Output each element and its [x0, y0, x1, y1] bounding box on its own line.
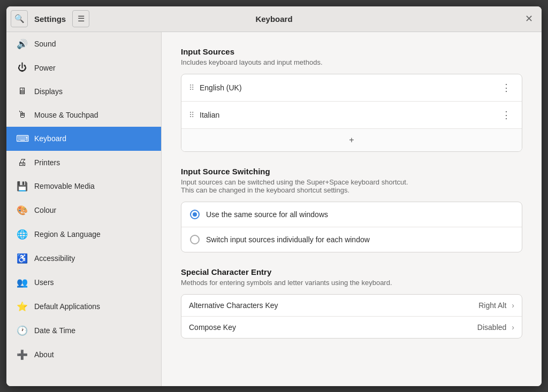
titlebar-left: 🔍 Settings ☰ — [11, 10, 166, 27]
keyboard-title: Keyboard — [166, 14, 382, 24]
input-sources-card: ⠿ English (UK) ⋮ ⠿ Italian ⋮ + — [181, 74, 522, 152]
table-row[interactable]: Alternative Characters Key Right Alt › — [181, 295, 522, 317]
sidebar-item-label: Keyboard — [34, 134, 66, 143]
titlebar-right: ✕ — [382, 11, 537, 27]
settings-title: Settings — [34, 14, 66, 24]
removable-media-icon: 💾 — [16, 181, 28, 192]
sidebar-item-removable-media[interactable]: 💾 Removable Media — [6, 174, 161, 198]
users-icon: 👥 — [16, 277, 28, 288]
compose-key-label: Compose Key — [189, 323, 472, 332]
sidebar-item-mouse-touchpad[interactable]: 🖱 Mouse & Touchpad — [6, 103, 161, 127]
radio-row-individual-source[interactable]: Switch input sources individually for ea… — [181, 227, 522, 252]
sidebar: 🔊 Sound ⏻ Power 🖥 Displays 🖱 Mouse & Tou… — [6, 32, 162, 386]
input-sources-section: Input Sources Includes keyboard layouts … — [181, 47, 522, 152]
sidebar-item-about[interactable]: ➕ About — [6, 343, 161, 367]
kebab-menu-english-button[interactable]: ⋮ — [498, 81, 514, 95]
alt-chars-key-value: Right Alt — [478, 301, 506, 310]
sidebar-item-label: Displays — [34, 87, 63, 96]
keyboard-icon: ⌨ — [16, 133, 28, 144]
sidebar-item-printers[interactable]: 🖨 Printers — [6, 151, 161, 174]
sidebar-item-label: Date & Time — [34, 326, 75, 335]
sound-icon: 🔊 — [16, 39, 28, 50]
sidebar-item-power[interactable]: ⏻ Power — [6, 56, 161, 80]
sidebar-item-date-time[interactable]: 🕐 Date & Time — [6, 319, 161, 343]
printers-icon: 🖨 — [16, 157, 28, 168]
table-row: ⠿ Italian ⋮ — [181, 102, 522, 129]
sidebar-item-label: Region & Language — [34, 230, 101, 239]
sidebar-item-keyboard[interactable]: ⌨ Keyboard — [6, 127, 161, 151]
special-character-entry-desc: Methods for entering symbols and letter … — [181, 279, 522, 287]
search-button[interactable]: 🔍 — [11, 10, 28, 27]
chevron-right-icon: › — [512, 301, 514, 310]
add-input-source-button[interactable]: + — [181, 129, 522, 151]
input-source-italian-label: Italian — [200, 111, 493, 119]
sidebar-item-label: Accessibility — [34, 254, 75, 263]
main-content: Input Sources Includes keyboard layouts … — [162, 32, 542, 386]
accessibility-icon: ♿ — [16, 253, 28, 264]
mouse-icon: 🖱 — [16, 110, 28, 120]
input-sources-title: Input Sources — [181, 47, 522, 56]
input-source-switching-desc: Input sources can be switched using the … — [181, 178, 522, 194]
chevron-right-icon: › — [512, 323, 514, 332]
sidebar-item-label: Colour — [34, 206, 56, 214]
special-character-entry-section: Special Character Entry Methods for ente… — [181, 267, 522, 339]
displays-icon: 🖥 — [16, 86, 28, 97]
sidebar-item-colour[interactable]: 🎨 Colour — [6, 198, 161, 222]
body: 🔊 Sound ⏻ Power 🖥 Displays 🖱 Mouse & Tou… — [6, 32, 542, 386]
special-character-entry-title: Special Character Entry — [181, 267, 522, 276]
radio-same-source-label: Use the same source for all windows — [206, 210, 328, 219]
settings-window: 🔍 Settings ☰ Keyboard ✕ 🔊 Sound ⏻ Power … — [6, 6, 542, 386]
table-row: ⠿ English (UK) ⋮ — [181, 74, 522, 102]
sidebar-item-sound[interactable]: 🔊 Sound — [6, 32, 161, 56]
sidebar-item-label: Users — [34, 278, 54, 287]
colour-icon: 🎨 — [16, 205, 28, 216]
region-icon: 🌐 — [16, 229, 28, 240]
sidebar-item-accessibility[interactable]: ♿ Accessibility — [6, 247, 161, 271]
sidebar-item-default-applications[interactable]: ⭐ Default Applications — [6, 295, 161, 319]
radio-same-source[interactable] — [190, 210, 200, 219]
input-source-switching-card: Use the same source for all windows Swit… — [181, 202, 522, 252]
menu-button[interactable]: ☰ — [72, 10, 89, 27]
power-icon: ⏻ — [16, 63, 28, 73]
kebab-menu-italian-button[interactable]: ⋮ — [498, 108, 514, 122]
sidebar-item-displays[interactable]: 🖥 Displays — [6, 80, 161, 103]
input-sources-desc: Includes keyboard layouts and input meth… — [181, 58, 522, 66]
sidebar-item-label: Removable Media — [34, 182, 95, 190]
drag-handle-icon: ⠿ — [189, 111, 194, 119]
table-row[interactable]: Compose Key Disabled › — [181, 317, 522, 338]
radio-row-same-source[interactable]: Use the same source for all windows — [181, 202, 522, 227]
alt-chars-key-label: Alternative Characters Key — [189, 301, 473, 310]
sidebar-item-label: About — [34, 350, 54, 359]
about-icon: ➕ — [16, 349, 28, 360]
titlebar: 🔍 Settings ☰ Keyboard ✕ — [6, 6, 542, 32]
sidebar-item-label: Printers — [34, 158, 60, 167]
sidebar-item-label: Power — [34, 64, 56, 72]
input-source-switching-title: Input Source Switching — [181, 167, 522, 176]
special-character-entry-card: Alternative Characters Key Right Alt › C… — [181, 294, 522, 339]
close-button[interactable]: ✕ — [521, 11, 537, 27]
sidebar-item-users[interactable]: 👥 Users — [6, 271, 161, 295]
drag-handle-icon: ⠿ — [189, 83, 194, 92]
radio-individual-source-label: Switch input sources individually for ea… — [206, 235, 370, 244]
sidebar-item-label: Default Applications — [34, 302, 100, 311]
sidebar-item-label: Sound — [34, 40, 56, 48]
sidebar-item-region-language[interactable]: 🌐 Region & Language — [6, 222, 161, 247]
input-source-english-label: English (UK) — [200, 83, 493, 92]
add-icon: + — [349, 135, 354, 145]
sidebar-item-label: Mouse & Touchpad — [34, 111, 98, 119]
radio-individual-source[interactable] — [190, 235, 200, 244]
default-apps-icon: ⭐ — [16, 301, 28, 312]
compose-key-value: Disabled — [477, 323, 506, 332]
input-source-switching-section: Input Source Switching Input sources can… — [181, 167, 522, 252]
date-time-icon: 🕐 — [16, 325, 28, 336]
